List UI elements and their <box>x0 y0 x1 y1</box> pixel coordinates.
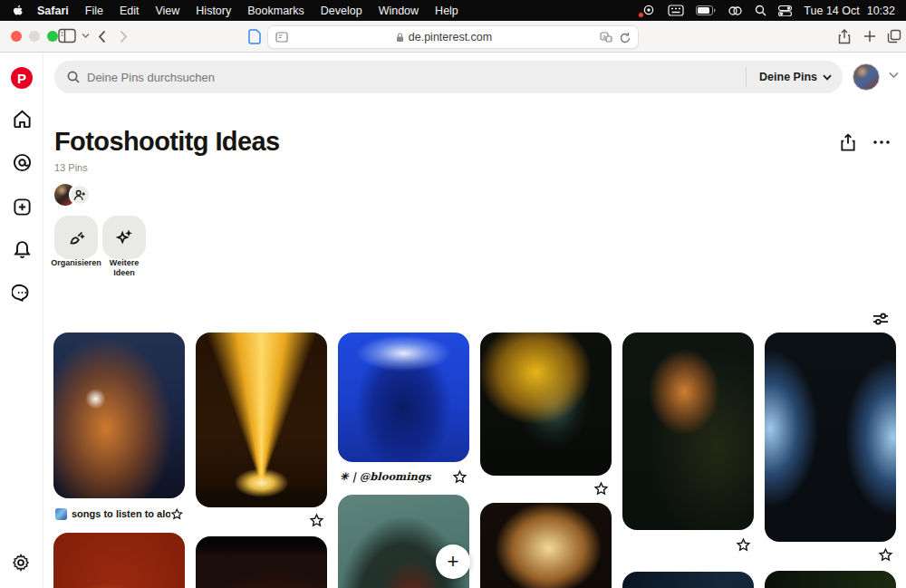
pin-caption-row: songs to listen to alon… <box>53 504 185 524</box>
pin-note-thumbnail <box>55 508 67 520</box>
menu-app-name[interactable]: Safari <box>37 5 69 17</box>
scope-label: Deine Pins <box>759 71 817 83</box>
messages-icon[interactable] <box>10 281 34 304</box>
pin-image[interactable] <box>53 333 185 498</box>
menu-clock[interactable]: Tue 14 Oct 10:32 <box>804 5 895 17</box>
menu-view[interactable]: View <box>155 5 179 17</box>
reload-icon[interactable] <box>620 32 631 43</box>
board-pin-count: 13 Pins <box>54 162 88 173</box>
favorite-star-icon[interactable] <box>878 547 893 563</box>
zoom-window-button[interactable] <box>47 31 58 42</box>
new-tab-button[interactable] <box>863 30 876 43</box>
organize-button[interactable] <box>54 216 98 259</box>
pin-image[interactable] <box>622 572 754 588</box>
menu-edit[interactable]: Edit <box>120 5 140 17</box>
filter-sliders-icon[interactable] <box>872 311 890 327</box>
pin-caption[interactable]: songs to listen to alon… <box>72 508 170 519</box>
pin-caption[interactable]: ✳ | @bloomings <box>340 470 431 483</box>
pin-image[interactable] <box>765 333 896 542</box>
battery-icon[interactable] <box>696 5 716 15</box>
menu-bookmarks[interactable]: Bookmarks <box>247 5 304 17</box>
input-source-icon[interactable] <box>668 5 684 16</box>
menu-history[interactable]: History <box>196 5 231 17</box>
url-text: de.pinterest.com <box>409 31 492 43</box>
search-input[interactable] <box>87 71 746 84</box>
organize-broom-icon <box>66 227 86 247</box>
home-icon[interactable] <box>10 107 34 130</box>
pinterest-logo[interactable]: P <box>10 66 34 90</box>
continuity-link-icon[interactable] <box>728 5 743 16</box>
record-badge <box>638 12 644 18</box>
explore-icon[interactable] <box>10 150 34 174</box>
sidebar-chevron-icon[interactable] <box>82 33 90 39</box>
pin-action-row <box>480 481 612 499</box>
board-share-button[interactable] <box>840 133 856 151</box>
back-button[interactable] <box>98 30 106 43</box>
lock-icon <box>396 33 404 43</box>
macos-menu-bar: Safari File Edit View History Bookmarks … <box>0 0 906 21</box>
translate-icon[interactable]: a <box>600 32 612 43</box>
grid-column-5 <box>622 333 754 588</box>
chevron-down-icon <box>823 74 832 81</box>
pin-action-row <box>765 547 896 565</box>
forward-button[interactable] <box>120 30 128 43</box>
grid-column-4 <box>480 333 612 588</box>
pin-action-row <box>622 537 754 555</box>
favorite-star-icon[interactable] <box>736 537 751 553</box>
favorite-star-icon[interactable] <box>593 481 609 496</box>
pin-image[interactable] <box>338 333 469 462</box>
screen-record-status-icon[interactable] <box>641 5 656 16</box>
safari-toolbar: de.pinterest.com a <box>0 21 906 53</box>
close-window-button[interactable] <box>11 31 22 42</box>
grid-column-2 <box>196 333 327 588</box>
menu-time: 10:32 <box>867 5 895 17</box>
menu-window[interactable]: Window <box>379 5 419 17</box>
profile-avatar[interactable] <box>853 63 880 91</box>
start-page-document-icon[interactable] <box>248 29 261 44</box>
organize-label: Organisieren <box>51 258 101 268</box>
pin-image[interactable] <box>480 503 612 588</box>
search-icon <box>67 71 80 83</box>
notifications-bell-icon[interactable] <box>10 236 34 260</box>
pin-image[interactable] <box>196 333 327 507</box>
pin-image[interactable] <box>622 333 754 530</box>
pin-image[interactable] <box>53 533 185 588</box>
address-bar[interactable]: de.pinterest.com a <box>267 25 639 49</box>
plus-icon: + <box>448 550 459 574</box>
pin-caption-row: ✳ | @bloomings <box>338 468 469 486</box>
pin-image[interactable] <box>480 333 612 476</box>
pin-grid: songs to listen to alon… ✳ | @bloomings <box>53 333 896 588</box>
pinterest-page: P Deine Pins Fotoshootitg I <box>0 53 906 588</box>
account-chevron-icon[interactable] <box>889 72 899 79</box>
spotlight-search-icon[interactable] <box>755 5 766 16</box>
pinterest-left-rail: P <box>0 53 43 588</box>
sidebar-toggle-button[interactable] <box>58 28 76 43</box>
control-center-icon[interactable] <box>778 5 792 16</box>
menu-help[interactable]: Help <box>435 5 458 17</box>
scope-selector[interactable]: Deine Pins <box>746 67 832 87</box>
favorite-star-icon[interactable] <box>170 506 183 522</box>
more-ideas-button[interactable] <box>102 216 146 259</box>
pin-image[interactable] <box>765 571 896 588</box>
board-search-bar[interactable]: Deine Pins <box>54 61 843 93</box>
apple-menu-icon[interactable] <box>13 5 24 17</box>
grid-column-1: songs to listen to alon… <box>53 333 185 588</box>
pin-image[interactable] <box>196 536 327 588</box>
grid-column-6 <box>765 333 896 588</box>
share-button[interactable] <box>838 29 851 44</box>
favorite-star-icon[interactable] <box>452 469 467 485</box>
page-settings-icon[interactable] <box>275 32 288 43</box>
tab-overview-button[interactable] <box>887 29 901 43</box>
create-icon[interactable] <box>10 195 34 218</box>
menu-date: Tue 14 Oct <box>804 5 859 17</box>
board-title: Fotoshootitg Ideas <box>54 127 280 157</box>
board-more-button[interactable] <box>872 133 891 151</box>
sparkles-icon <box>114 227 134 247</box>
menu-file[interactable]: File <box>85 5 103 17</box>
add-pin-fab[interactable]: + <box>436 545 470 579</box>
minimize-window-button[interactable] <box>29 31 40 42</box>
settings-gear-icon[interactable] <box>11 553 31 573</box>
favorite-star-icon[interactable] <box>309 513 324 528</box>
add-collaborator-button[interactable] <box>69 184 91 206</box>
menu-develop[interactable]: Develop <box>321 5 362 17</box>
